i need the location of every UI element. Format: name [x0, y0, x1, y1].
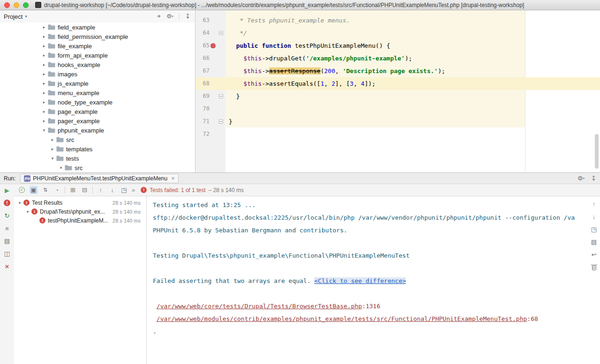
fold-icon[interactable]: [219, 31, 223, 35]
sort-alphabetically-icon[interactable]: ⇅: [41, 186, 49, 194]
console[interactable]: Testing started at 13:25 ...sftp://docke…: [147, 196, 588, 364]
project-tree-item[interactable]: ▾src: [0, 163, 195, 172]
failed-test-marker-icon[interactable]: [210, 43, 216, 48]
test-tree-item[interactable]: !testPhpUnitExampleM...28 s 140 ms: [14, 216, 146, 225]
gutter-icon-slot: [210, 115, 217, 128]
editor-line[interactable]: 66 $this->drupalGet('/examples/phpunit-e…: [195, 52, 600, 65]
editor-line[interactable]: 64 */: [195, 27, 600, 39]
project-tree-item[interactable]: ▸page_example: [0, 107, 195, 116]
line-number: 67: [195, 65, 210, 77]
project-tree-item[interactable]: ▸field_permission_example: [0, 32, 195, 41]
project-tree-item[interactable]: ▸src: [0, 135, 195, 144]
chevron-right-icon[interactable]: ▸: [41, 25, 47, 30]
test-results-tree: ▾!Test Results28 s 140 ms▾!Drupal\Tests\…: [14, 196, 147, 364]
project-tree-item[interactable]: ▾phpunit_example: [0, 126, 195, 135]
project-tree-item[interactable]: ▸images: [0, 69, 195, 79]
file-link[interactable]: /var/www/web/modules/contrib/examples/ph…: [157, 315, 527, 322]
editor-line[interactable]: 72: [195, 128, 600, 141]
show-passed-icon[interactable]: ✓: [18, 186, 26, 194]
chevron-right-icon[interactable]: ▸: [41, 44, 47, 48]
chevron-down-icon[interactable]: ▾: [50, 156, 55, 161]
project-tree-item[interactable]: ▸hooks_example: [0, 60, 195, 69]
chevron-down-icon[interactable]: ▾: [58, 165, 64, 170]
line-number: 68: [195, 77, 210, 90]
collapse-all-icon[interactable]: ⊟: [81, 186, 89, 194]
chevron-down-icon[interactable]: ▾: [41, 128, 47, 133]
folder-icon: [48, 71, 55, 77]
gear-icon[interactable]: ⚙▾: [578, 175, 585, 182]
soft-wrap-icon[interactable]: ↩: [590, 251, 598, 258]
up-stack-trace-icon[interactable]: ↑: [590, 200, 598, 208]
diff-link[interactable]: <Click to see difference>: [314, 277, 406, 284]
locate-file-icon[interactable]: ⌖: [158, 13, 161, 20]
editor-line[interactable]: 68 $this->assertEquals([1, 2], [3, 4]);: [195, 77, 600, 90]
hide-panel-icon[interactable]: ↧: [185, 13, 190, 20]
print-icon[interactable]: ▤: [590, 238, 598, 245]
test-tree-item[interactable]: ▾!Test Results28 s 140 ms: [14, 198, 146, 207]
chevron-down-icon[interactable]: ▾: [25, 209, 30, 214]
tree-item-label: phpunit_example: [58, 127, 104, 134]
project-tree-item[interactable]: ▸field_example: [0, 22, 195, 32]
project-panel-title[interactable]: Project: [4, 13, 22, 20]
project-tree-item[interactable]: ▸pager_example: [0, 116, 195, 126]
fold-icon[interactable]: [219, 119, 223, 124]
chevron-right-icon[interactable]: ▸: [41, 90, 47, 95]
import-test-results-icon[interactable]: ◳: [120, 186, 128, 194]
chevron-down-icon[interactable]: ▾: [25, 14, 27, 19]
project-tree-item[interactable]: ▸form_api_example: [0, 51, 195, 60]
close-window-button[interactable]: [4, 2, 10, 8]
project-tree-item[interactable]: ▸node_type_example: [0, 97, 195, 107]
pin-tab-button[interactable]: ◫: [3, 250, 11, 257]
minimize-window-button[interactable]: [14, 2, 19, 8]
editor[interactable]: 63 * Tests phpunit_example menus.64 */65…: [195, 10, 600, 172]
toggle-auto-test-button[interactable]: ↻: [3, 212, 11, 219]
project-tree-item[interactable]: ▾tests: [0, 154, 195, 163]
gear-icon[interactable]: ⚙▾: [166, 13, 173, 20]
sort-by-duration-icon[interactable]: ◔: [53, 186, 61, 194]
chevron-right-icon[interactable]: ▸: [41, 62, 47, 67]
clear-console-icon[interactable]: [590, 263, 598, 271]
next-failed-test-icon[interactable]: ↓: [108, 186, 116, 194]
rerun-failed-tests-button[interactable]: !: [3, 199, 11, 207]
export-icon[interactable]: ◳: [590, 225, 598, 233]
run-tab[interactable]: php PHPUnitExampleMenuTest.testPhpUnitEx…: [20, 174, 178, 183]
project-tree-item[interactable]: ▸file_example: [0, 41, 195, 51]
restore-layout-button[interactable]: ▤: [3, 237, 11, 245]
chevron-right-icon[interactable]: ▸: [41, 119, 47, 123]
stop-button[interactable]: ■: [3, 224, 11, 232]
file-link[interactable]: /var/www/web/core/tests/Drupal/Tests/Bro…: [157, 303, 362, 310]
down-stack-trace-icon[interactable]: ↓: [590, 213, 598, 220]
tree-item-label: menu_example: [58, 89, 99, 97]
expand-all-icon[interactable]: ⊞: [69, 186, 77, 194]
test-tree-item[interactable]: ▾!Drupal\Tests\phpunit_ex...28 s 140 ms: [14, 207, 146, 216]
rerun-button[interactable]: ▶: [3, 186, 11, 194]
close-button[interactable]: ×: [3, 262, 11, 270]
fold-icon[interactable]: [219, 94, 223, 98]
close-tab-icon[interactable]: ×: [171, 175, 175, 182]
previous-failed-test-icon[interactable]: ↑: [97, 186, 105, 194]
project-tree-item[interactable]: ▸templates: [0, 144, 195, 154]
chevron-right-icon[interactable]: ▸: [50, 147, 55, 151]
console-icon[interactable]: ▣: [30, 186, 38, 194]
editor-line[interactable]: 65 public function testPhpUnitExampleMen…: [195, 39, 600, 52]
project-tree-item[interactable]: ▸menu_example: [0, 88, 195, 97]
hide-tool-window-icon[interactable]: ↧: [591, 175, 596, 182]
chevron-down-icon[interactable]: ▾: [17, 201, 22, 205]
chevron-right-icon[interactable]: ▸: [41, 72, 47, 76]
chevron-right-icon[interactable]: ▸: [50, 137, 55, 142]
zoom-window-button[interactable]: [23, 2, 29, 8]
editor-scrollbar[interactable]: [595, 134, 599, 169]
editor-line[interactable]: 63 * Tests phpunit_example menus.: [195, 14, 600, 27]
chevron-right-icon[interactable]: ▸: [41, 34, 47, 39]
chevron-right-icon[interactable]: ▸: [41, 81, 47, 86]
more-actions-icon[interactable]: »: [132, 186, 135, 193]
chevron-right-icon[interactable]: ▸: [41, 100, 47, 104]
chevron-right-icon[interactable]: ▸: [41, 53, 47, 58]
run-toolbar: ✓ ▣ ⇅ ◔ ⊞ ⊟ ↑ ↓ ◳ » ! Tests failed: 1 of…: [14, 184, 600, 196]
project-tree-item[interactable]: ▸js_example: [0, 79, 195, 88]
editor-line[interactable]: 69 }: [195, 90, 600, 103]
editor-line[interactable]: 67 $this->assertResponse(200, 'Descripti…: [195, 65, 600, 77]
editor-line[interactable]: 70: [195, 103, 600, 115]
chevron-right-icon[interactable]: ▸: [41, 109, 47, 114]
editor-line[interactable]: 71}: [195, 115, 600, 128]
